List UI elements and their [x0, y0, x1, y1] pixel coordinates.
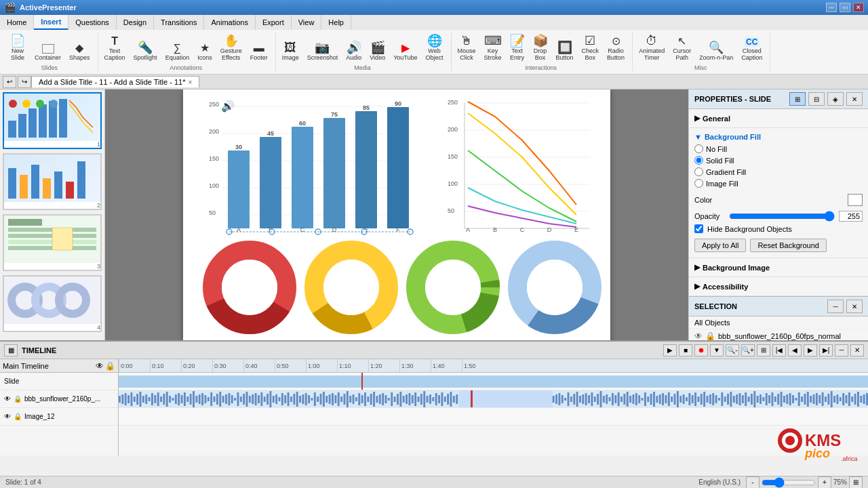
radio-image-fill[interactable]: Image Fill: [694, 178, 863, 189]
svg-rect-287: [789, 393, 791, 405]
svg-rect-232: [627, 392, 629, 407]
main-timeline-lock[interactable]: 🔒: [105, 361, 115, 371]
bg-image-header[interactable]: ▶ Background Image: [694, 261, 863, 274]
web-object-button[interactable]: 🌐 WebObject: [422, 33, 447, 63]
nav-prev-frame[interactable]: ◀: [788, 344, 802, 357]
doc-tab-active[interactable]: Add a Slide Title - 11 - Add a Slide Tit…: [31, 76, 199, 87]
gesture-effects-button[interactable]: ✋ GestureEffects: [217, 33, 245, 63]
tab-design[interactable]: Design: [117, 15, 154, 30]
hide-bg-checkbox-row[interactable]: Hide Background Objects: [694, 222, 863, 236]
video-lock[interactable]: 🔒: [14, 395, 22, 403]
zoom-fit-button[interactable]: ⊞: [757, 344, 770, 357]
icons-button[interactable]: ★ Icons: [194, 41, 216, 63]
timeline-grid-button[interactable]: ▦: [4, 344, 18, 357]
video-eye[interactable]: 👁: [4, 395, 11, 403]
radio-button-obj[interactable]: ⊙ RadioButton: [604, 34, 628, 63]
zoom-in-button[interactable]: 🔍+: [741, 344, 755, 357]
record-button[interactable]: ⏺: [694, 344, 708, 357]
check-box-button[interactable]: ☑ CheckBox: [578, 33, 603, 63]
prop-icon-layout[interactable]: ⊟: [808, 92, 825, 106]
text-entry-button[interactable]: 📝 TextEntry: [507, 33, 528, 63]
radio-no-fill[interactable]: No Fill: [694, 143, 863, 155]
playhead[interactable]: [361, 373, 363, 390]
record-dropdown[interactable]: ▼: [710, 344, 724, 357]
accessibility-header[interactable]: ▶ Accessibility: [694, 280, 863, 293]
drop-box-button[interactable]: 📦 DropBox: [530, 33, 551, 63]
minimize-button[interactable]: ─: [826, 3, 837, 12]
spotlight-button[interactable]: 🔦 Spotlight: [130, 39, 161, 63]
equation-button[interactable]: ∑ Equation: [162, 41, 193, 63]
close-button[interactable]: ✕: [853, 3, 864, 12]
main-timeline-eye[interactable]: 👁: [96, 361, 104, 371]
slide-thumb-1[interactable]: 1: [3, 92, 102, 149]
nav-start[interactable]: |◀: [772, 344, 786, 357]
selection-header: SELECTION ─ ✕: [689, 296, 868, 317]
color-swatch[interactable]: [848, 194, 863, 206]
slide-thumb-2[interactable]: 2: [3, 153, 102, 210]
svg-rect-245: [665, 395, 667, 403]
key-stroke-button[interactable]: ⌨ KeyStroke: [481, 33, 505, 63]
animated-timer-button[interactable]: ⏱ AnimatedTimer: [635, 33, 668, 63]
tab-home[interactable]: Home: [0, 15, 34, 30]
opacity-slider[interactable]: [729, 211, 835, 221]
fit-page-button[interactable]: ⊞: [849, 476, 863, 489]
play-button[interactable]: ▶: [663, 344, 677, 357]
general-section-header[interactable]: ▶ General: [694, 112, 863, 125]
selection-close[interactable]: ✕: [846, 300, 863, 313]
shapes-button[interactable]: ◆ Shapes: [66, 41, 94, 63]
tab-questions[interactable]: Questions: [68, 15, 117, 30]
new-slide-button[interactable]: 📄 NewSlide: [5, 33, 30, 63]
audio-button[interactable]: 🔊 Audio: [342, 39, 365, 63]
apply-to-all-button[interactable]: Apply to All: [694, 239, 746, 252]
prop-close[interactable]: ✕: [846, 92, 863, 106]
image-button[interactable]: 🖼 Image: [279, 39, 302, 63]
video-eye-icon[interactable]: 👁: [694, 331, 703, 340]
radio-solid-fill[interactable]: Solid Fill: [694, 155, 863, 166]
redo-button[interactable]: ↪: [18, 76, 31, 88]
tl-close[interactable]: ✕: [850, 344, 864, 357]
stop-button[interactable]: ■: [679, 344, 692, 357]
zoom-slider[interactable]: [762, 477, 816, 488]
youtube-button[interactable]: ▶ YouTube: [390, 41, 420, 63]
bg-fill-section-header[interactable]: ▼ Background Fill: [694, 131, 863, 143]
tab-insert[interactable]: Insert: [34, 15, 68, 30]
selection-minimize[interactable]: ─: [827, 300, 844, 313]
button-obj-button[interactable]: 🔲 Button: [553, 39, 577, 63]
slide-thumb-3[interactable]: 3: [3, 214, 102, 271]
svg-rect-123: [214, 396, 216, 402]
closed-caption-button[interactable]: CC ClosedCaption: [738, 35, 766, 63]
mouse-click-button[interactable]: 🖱 MouseClick: [454, 33, 479, 63]
screenshot-button[interactable]: 📷 Screenshot: [304, 39, 342, 63]
nav-next-frame[interactable]: ▶: [804, 344, 817, 357]
nav-end[interactable]: ▶|: [819, 344, 833, 357]
radio-gradient-fill[interactable]: Gradient Fill: [694, 166, 863, 178]
container-button[interactable]: Container: [31, 42, 64, 63]
svg-rect-250: [679, 396, 682, 403]
tab-animations[interactable]: Animations: [204, 15, 255, 30]
reset-background-button[interactable]: Reset Background: [750, 239, 827, 252]
zoom-out-status[interactable]: -: [746, 476, 760, 489]
tab-help[interactable]: Help: [321, 15, 351, 30]
undo-button[interactable]: ↩: [3, 76, 16, 88]
video-button[interactable]: 🎬 Video: [366, 39, 389, 63]
tab-export[interactable]: Export: [256, 15, 292, 30]
doc-tab-close[interactable]: ×: [188, 79, 192, 86]
media-buttons: 🖼 Image 📷 Screenshot 🔊 Audio 🎬 Video ▶: [279, 33, 447, 63]
cursor-path-button[interactable]: ↖ CursorPath: [669, 34, 694, 63]
footer-button[interactable]: ▬ Footer: [247, 41, 271, 63]
zoom-n-pan-button[interactable]: 🔍 Zoom-n-Pan: [696, 39, 736, 63]
prop-icon-slide[interactable]: ⊞: [789, 92, 806, 106]
tl-minimize[interactable]: ─: [835, 344, 848, 357]
tab-view[interactable]: View: [292, 15, 322, 30]
image-lock[interactable]: 🔒: [14, 413, 22, 420]
tab-transitions[interactable]: Transitions: [154, 15, 204, 30]
zoom-in-status[interactable]: +: [818, 476, 831, 489]
hide-bg-checkbox[interactable]: [694, 224, 703, 233]
zoom-out-button[interactable]: 🔍-: [726, 344, 739, 357]
text-caption-button[interactable]: T TextCaption: [101, 34, 129, 63]
restore-button[interactable]: ▭: [840, 3, 850, 12]
prop-icon-theme[interactable]: ◈: [827, 92, 844, 106]
slide-thumb-4[interactable]: 4: [3, 275, 102, 332]
video-lock-icon[interactable]: 🔒: [705, 331, 715, 340]
image-eye[interactable]: 👁: [4, 413, 11, 420]
